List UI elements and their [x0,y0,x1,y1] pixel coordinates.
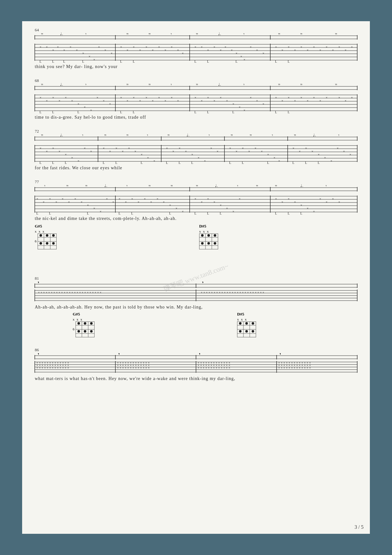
svg-text:×: × [120,96,122,99]
svg-text:×: × [307,48,309,52]
svg-text:×: × [231,48,233,52]
svg-text:×: × [57,45,59,49]
svg-text:L: L [65,161,67,165]
svg-text:× × × × × × × × × × × × ×: × × × × × × × × × × × × × [198,366,230,370]
measure-number-86: 86 [35,347,357,352]
svg-text:×: × [96,96,98,99]
svg-text:×: × [250,45,252,49]
svg-text:L: L [194,60,196,63]
svg-point-380 [207,234,210,237]
svg-text:×: × [207,197,209,201]
svg-text:×: × [204,159,206,163]
svg-text:×: × [299,149,301,153]
svg-text:×: × [138,200,139,204]
chord-gs5-2-fret: 6 [73,321,76,337]
staff-72: 𝄾 𝄾 ♩. 𝄾 𝄾 𝄾 𝄾 𝄾 𝄾 𝄾 𝄾 ♩. 𝄾 𝄾 𝄾 𝄾 𝄾 𝄾 𝄾 … [35,134,357,163]
svg-text:×: × [326,45,328,49]
chord-diagrams-row1: G#5 x x x 6 [35,224,357,249]
svg-text:×: × [250,96,252,99]
svg-text:L: L [166,161,168,165]
svg-text:×: × [177,48,179,52]
svg-text:𝄾𝄾𝄾𝄾𝄾𝄾𝄾𝄾𝄾𝄾𝄾𝄾𝄾: 𝄾𝄾𝄾𝄾𝄾𝄾𝄾𝄾𝄾𝄾𝄾𝄾𝄾 [199,353,200,355]
svg-text:L: L [220,212,222,215]
svg-text:×: × [351,45,353,49]
svg-text:×: × [182,209,184,213]
svg-text:×: × [58,99,60,103]
lyrics-68: time to dis-a-gree. Say hel-lo to good t… [35,115,357,120]
lyrics-77: the nic-kel and dime take the streets, c… [35,216,357,221]
svg-text:×: × [58,149,60,153]
svg-text:L: L [119,212,120,215]
chord-ds5-grid [199,234,218,251]
svg-text:×: × [111,51,113,55]
svg-text:L: L [77,110,79,114]
svg-text:×: × [126,48,128,52]
svg-text:×: × [210,146,212,150]
svg-text:×: × [119,197,120,201]
svg-text:×: × [46,45,48,49]
svg-text:×: × [145,96,147,99]
svg-text:L: L [288,60,290,63]
svg-text:L: L [191,161,193,165]
svg-text:L: L [103,161,105,165]
svg-text:×: × [158,96,160,99]
svg-text:×: × [115,146,117,150]
chord-gs5-grid-container: 6 [35,234,57,251]
section-68: 68 𝄾 𝄾 ♩. 𝄾 𝄾 𝄾 𝄾 𝄾 𝄾 𝄾 𝄾 ♩. 𝄾 𝄾 𝄾 𝄾 𝄾 𝄾… [35,78,357,120]
section-72: 72 𝄾 𝄾 ♩. 𝄾 𝄾 𝄾 𝄾 𝄾 𝄾 𝄾 𝄾 ♩. 𝄾 𝄾 𝄾 𝄾 𝄾 𝄾… [35,129,357,171]
svg-text:L: L [40,161,41,165]
svg-text:L: L [275,60,277,63]
svg-text:×: × [62,197,64,201]
svg-text:×: × [220,203,222,207]
svg-text:×: × [171,96,173,99]
svg-point-370 [52,234,55,237]
svg-text:×: × [175,206,177,210]
svg-text:♩.: ♩. [218,32,221,36]
svg-text:L: L [236,60,237,63]
svg-text:× × × × × × × × × × × × ×: × × × × × × × × × × × × × [117,366,150,370]
svg-text:×: × [93,206,95,210]
svg-text:𝄾𝄾𝄾𝄾𝄾𝄾𝄾𝄾𝄾𝄾𝄾𝄾𝄾: 𝄾𝄾𝄾𝄾𝄾𝄾𝄾𝄾𝄾𝄾𝄾𝄾𝄾 [119,353,119,355]
svg-text:×: × [43,200,45,204]
svg-text:×: × [145,45,147,49]
svg-text:×: × [194,197,196,201]
svg-text:×: × [226,206,228,210]
svg-text:L: L [82,60,84,63]
svg-text:×: × [236,51,237,55]
svg-text:×: × [128,146,130,150]
svg-text:𝄾: 𝄾 [171,84,172,85]
svg-text:L: L [305,161,307,165]
svg-text:×: × [278,159,280,163]
svg-text:×: × [133,96,135,99]
svg-text:×: × [239,197,241,201]
svg-text:𝄾𝄾𝄾𝄾𝄾𝄾𝄾𝄾𝄾𝄾𝄾𝄾𝄾: 𝄾𝄾𝄾𝄾𝄾𝄾𝄾𝄾𝄾𝄾𝄾𝄾𝄾 [38,353,39,355]
svg-text:×: × [106,197,108,201]
chord-gs5-grid [38,234,57,251]
svg-point-383 [214,242,216,245]
svg-text:×: × [46,99,48,103]
svg-text:L: L [232,110,234,114]
svg-text:L: L [131,212,133,215]
svg-text:×: × [294,200,296,204]
chord-ds5-svg [199,234,218,249]
svg-point-367 [40,242,42,245]
svg-text:×: × [236,149,237,153]
svg-text:×: × [240,54,242,58]
svg-text:×: × [144,197,146,201]
svg-text:×: × [63,48,65,52]
svg-text:×: × [185,149,187,153]
svg-text:×: × [213,200,215,204]
svg-point-421 [245,322,248,325]
svg-text:×: × [109,149,111,153]
svg-text:L: L [229,161,231,165]
svg-text:×: × [307,99,309,103]
svg-text:L: L [207,110,209,114]
staff-86: 𝄾𝄾𝄾𝄾𝄾𝄾𝄾𝄾𝄾𝄾𝄾𝄾𝄾 𝄾𝄾𝄾𝄾𝄾𝄾𝄾𝄾𝄾𝄾𝄾𝄾𝄾 𝄾𝄾𝄾𝄾𝄾𝄾𝄾𝄾𝄾𝄾𝄾𝄾… [35,353,357,374]
svg-text:×: × [164,99,166,103]
svg-text:×: × [345,48,346,52]
svg-text:×: × [281,200,283,204]
chord-ds5-2-svg [237,321,256,337]
svg-text:×: × [275,197,277,201]
svg-text:L: L [133,60,135,63]
svg-text:×: × [243,108,245,112]
